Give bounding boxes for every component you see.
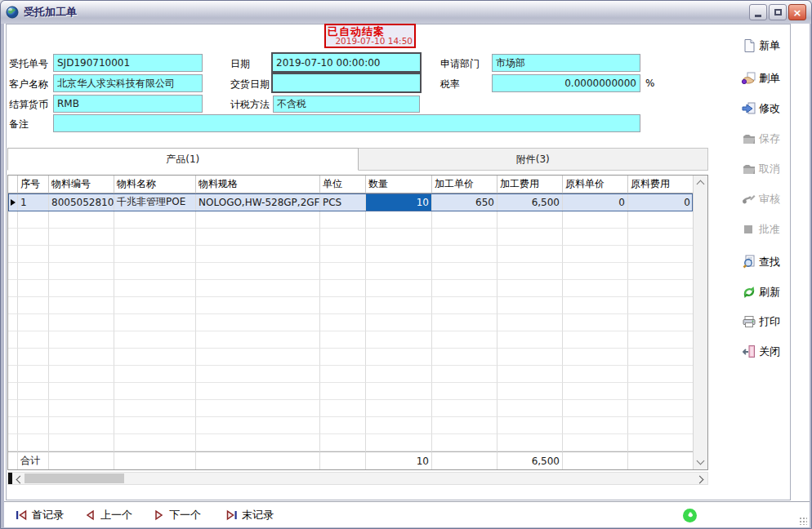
modify-button[interactable]: 修改	[742, 100, 792, 117]
stamp-timestamp: 2019-07-10 14:50	[326, 37, 414, 46]
approve-button[interactable]: 批准	[742, 221, 792, 238]
col-name[interactable]: 物料名称	[114, 176, 196, 193]
col-spec[interactable]: 物料规格	[196, 176, 320, 193]
resize-grip[interactable]	[799, 517, 807, 525]
table-empty-row[interactable]	[8, 400, 693, 417]
previous-record-icon	[84, 509, 96, 521]
horizontal-scrollbar[interactable]	[7, 472, 708, 485]
date-field[interactable]: 2019-07-10 00:00:00	[271, 52, 422, 73]
table-empty-row[interactable]	[8, 263, 693, 280]
cancel-button[interactable]: 取消	[742, 161, 792, 177]
row-indicator-header	[8, 176, 18, 193]
table-empty-row[interactable]	[8, 417, 693, 434]
col-code[interactable]: 物料编号	[49, 176, 114, 193]
maximize-button[interactable]	[769, 4, 787, 20]
col-qty[interactable]: 数量	[366, 176, 432, 193]
items-table: 序号 物料编号 物料名称 物料规格 单位 数量 加工单价 加工费用 原料单价 原…	[7, 175, 708, 470]
maximize-icon	[774, 9, 782, 16]
delivery-date-label: 交货日期	[230, 78, 270, 91]
tab-products[interactable]: 产品(1)	[7, 148, 359, 171]
delivery-date-field[interactable]	[271, 73, 422, 93]
table-total-row: 合计 10 6,500	[8, 451, 693, 469]
tax-rate-field[interactable]: 0.0000000000	[492, 74, 640, 92]
audit-button[interactable]: 审核	[742, 191, 792, 207]
table-empty-row[interactable]	[8, 229, 693, 246]
delete-order-button[interactable]: 删单	[742, 70, 792, 87]
col-rprice[interactable]: 原料单价	[563, 176, 628, 193]
tax-rate-suffix: %	[645, 78, 654, 89]
previous-record-button[interactable]: 上一个	[84, 508, 132, 522]
first-record-button[interactable]: 首记录	[16, 508, 64, 522]
table-empty-row[interactable]	[8, 434, 693, 451]
col-fee[interactable]: 加工费用	[497, 176, 563, 193]
order-no-field[interactable]: SJD190710001	[53, 54, 203, 72]
table-empty-row[interactable]	[8, 211, 693, 229]
next-record-icon	[153, 509, 165, 521]
col-rfee[interactable]: 原料费用	[628, 176, 693, 193]
cell-seq[interactable]: 1	[18, 193, 49, 211]
table-empty-row[interactable]	[8, 280, 693, 297]
find-button[interactable]: 查找	[742, 254, 792, 270]
table-empty-row[interactable]	[8, 383, 693, 400]
minimize-button[interactable]	[749, 4, 767, 20]
vertical-scrollbar[interactable]	[693, 176, 707, 469]
cell-qty-selected[interactable]: 10	[366, 193, 432, 211]
table-empty-row[interactable]	[8, 314, 693, 331]
exit-door-icon	[742, 345, 756, 359]
table-empty-row[interactable]	[8, 246, 693, 263]
approve-icon	[742, 222, 756, 237]
split-handle[interactable]	[8, 473, 12, 484]
close-button[interactable]: ×	[788, 4, 806, 20]
cell-code[interactable]: 8005052810	[49, 193, 114, 211]
cell-fee[interactable]: 6,500	[497, 193, 563, 211]
table-empty-row[interactable]	[8, 331, 693, 349]
total-label: 合计	[18, 451, 49, 469]
print-button[interactable]: 打印	[742, 313, 792, 330]
department-field[interactable]: 市场部	[492, 54, 640, 72]
refresh-icon	[742, 285, 756, 300]
col-unit[interactable]: 单位	[320, 176, 366, 193]
stamp-text: 已自动结案	[326, 25, 414, 37]
tax-method-label: 计税方法	[230, 98, 270, 111]
col-price[interactable]: 加工单价	[432, 176, 497, 193]
scroll-left-icon[interactable]	[16, 476, 25, 484]
remark-label: 备注	[9, 118, 29, 131]
table-empty-row[interactable]	[8, 349, 693, 366]
record-nav-bar: 首记录 上一个 下一个 末记录	[4, 501, 810, 527]
new-order-button[interactable]: 新单	[742, 38, 792, 54]
cell-unit[interactable]: PCS	[320, 193, 366, 211]
tax-rate-label: 税率	[440, 78, 460, 91]
next-record-button[interactable]: 下一个	[153, 508, 201, 522]
save-icon	[742, 131, 756, 146]
currency-field[interactable]: RMB	[53, 95, 203, 113]
refresh-button[interactable]: 刷新	[742, 284, 792, 300]
total-qty: 10	[366, 451, 432, 469]
status-ok-icon	[682, 508, 698, 523]
customer-field[interactable]: 北京华人求实科技有限公司	[53, 74, 203, 92]
remark-field[interactable]	[53, 114, 640, 132]
save-button[interactable]: 保存	[742, 131, 792, 147]
current-row-marker-icon	[8, 193, 18, 211]
cell-price[interactable]: 650	[432, 193, 497, 211]
scroll-down-icon[interactable]	[697, 457, 705, 465]
table-empty-row[interactable]	[8, 366, 693, 383]
scroll-right-icon[interactable]	[696, 476, 704, 484]
window-titlebar[interactable]: 受托加工单 ×	[1, 1, 811, 24]
last-record-button[interactable]: 末记录	[225, 508, 274, 522]
table-header-row: 序号 物料编号 物料名称 物料规格 单位 数量 加工单价 加工费用 原料单价 原…	[8, 176, 693, 193]
cell-name[interactable]: 千兆非管理POE	[114, 193, 196, 211]
col-seq[interactable]: 序号	[18, 176, 49, 193]
order-no-label: 受托单号	[9, 57, 48, 70]
close-form-button[interactable]: 关闭	[742, 344, 792, 360]
cell-rfee[interactable]: 0	[628, 193, 693, 211]
scrollbar-thumb[interactable]	[25, 473, 124, 483]
tab-attachments[interactable]: 附件(3)	[359, 148, 709, 171]
cell-rprice[interactable]: 0	[563, 193, 628, 211]
cell-spec[interactable]: NOLOGO,HW-528GP,2GF8	[196, 193, 320, 211]
tax-method-field[interactable]: 不含税	[273, 96, 420, 113]
last-record-icon	[225, 509, 238, 521]
table-empty-row[interactable]	[8, 297, 693, 314]
window-title: 受托加工单	[24, 5, 77, 20]
table-row[interactable]: 1 8005052810 千兆非管理POE NOLOGO,HW-528GP,2G…	[8, 193, 693, 211]
scroll-up-icon[interactable]	[697, 180, 705, 189]
